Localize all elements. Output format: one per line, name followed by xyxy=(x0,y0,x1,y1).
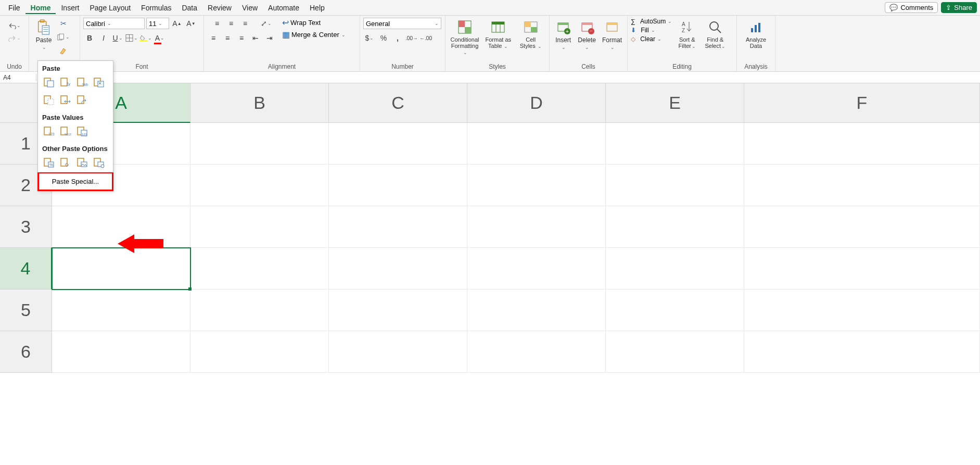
cell-C6[interactable] xyxy=(329,331,467,373)
cell-A5[interactable] xyxy=(52,290,190,331)
cell-E2[interactable] xyxy=(606,165,744,206)
name-box[interactable]: A4 xyxy=(0,74,36,81)
delete-cells-button[interactable]: − Delete⌄ xyxy=(576,18,598,51)
merge-center-button[interactable]: ▦ Merge & Center ⌄ xyxy=(282,30,346,40)
autosum-button[interactable]: ∑ AutoSum⌄ xyxy=(631,18,672,25)
borders-button[interactable]: ⌄ xyxy=(125,32,138,44)
align-center-button[interactable]: ≡ xyxy=(221,32,234,44)
tab-review[interactable]: Review xyxy=(202,2,237,14)
cell-D2[interactable] xyxy=(467,165,606,206)
col-header-E[interactable]: E xyxy=(606,83,744,123)
copy-button[interactable]: ⌄ xyxy=(57,31,70,43)
find-select-button[interactable]: Find &Select⌄ xyxy=(702,18,728,51)
cell-E5[interactable] xyxy=(606,290,744,331)
decrease-font-button[interactable]: A▼ xyxy=(185,18,197,29)
paste-special-menu-item[interactable]: Paste Special... xyxy=(37,172,113,191)
underline-button[interactable]: U⌄ xyxy=(111,32,124,44)
tab-help[interactable]: Help xyxy=(304,2,330,14)
cell-B6[interactable] xyxy=(190,331,329,373)
paste-formulas-option[interactable]: fx xyxy=(59,76,72,89)
conditional-formatting-button[interactable]: ConditionalFormatting ⌄ xyxy=(449,18,481,57)
cell-C2[interactable] xyxy=(329,165,467,206)
col-header-F[interactable]: F xyxy=(744,83,980,123)
tab-home[interactable]: Home xyxy=(26,2,56,14)
format-painter-button[interactable] xyxy=(57,45,70,56)
cell-F4[interactable] xyxy=(744,248,980,290)
cell-F2[interactable] xyxy=(744,165,980,206)
format-cells-button[interactable]: Format⌄ xyxy=(600,18,624,51)
paste-transpose-option[interactable] xyxy=(75,93,89,107)
format-as-table-button[interactable]: Format asTable ⌄ xyxy=(483,18,514,51)
increase-indent-button[interactable]: ⇥ xyxy=(263,32,276,44)
align-bottom-button[interactable]: ≡ xyxy=(239,18,251,29)
tab-view[interactable]: View xyxy=(237,2,263,14)
align-left-button[interactable]: ≡ xyxy=(207,32,220,44)
tab-file[interactable]: File xyxy=(3,2,26,14)
cell-C1[interactable] xyxy=(329,123,467,165)
cell-D4[interactable] xyxy=(467,248,606,290)
fill-button[interactable]: ⬇ Fill⌄ xyxy=(631,27,655,34)
redo-button[interactable]: ⌄ xyxy=(8,32,21,44)
align-top-button[interactable]: ≡ xyxy=(211,18,223,29)
row-header-6[interactable]: 6 xyxy=(0,331,52,373)
paste-linked-picture-option[interactable] xyxy=(92,156,106,169)
paste-no-borders-option[interactable] xyxy=(42,93,56,107)
col-header-B[interactable]: B xyxy=(190,83,329,123)
align-middle-button[interactable]: ≡ xyxy=(225,18,237,29)
tab-automate[interactable]: Automate xyxy=(263,2,304,14)
comma-style-button[interactable]: , xyxy=(391,32,404,44)
paste-formulas-number-option[interactable]: %fx xyxy=(75,76,89,89)
comments-button[interactable]: 💬 Comments xyxy=(885,2,938,13)
increase-decimal-button[interactable]: .00→ xyxy=(405,32,418,44)
row-header-3[interactable]: 3 xyxy=(0,206,52,248)
cell-F5[interactable] xyxy=(744,290,980,331)
col-header-D[interactable]: D xyxy=(467,83,606,123)
decrease-indent-button[interactable]: ⇤ xyxy=(249,32,262,44)
paste-split-button[interactable]: Paste ⌄ xyxy=(32,18,55,51)
col-header-C[interactable]: C xyxy=(329,83,467,123)
paste-picture-option[interactable] xyxy=(75,156,89,169)
cell-D5[interactable] xyxy=(467,290,606,331)
paste-keep-col-width-option[interactable] xyxy=(59,93,72,107)
row-header-4[interactable]: 4 xyxy=(0,248,52,290)
cell-F3[interactable] xyxy=(744,206,980,248)
paste-keep-source-option[interactable] xyxy=(92,76,106,89)
font-size-combo[interactable]: 11⌄ xyxy=(146,18,169,29)
insert-cells-button[interactable]: + Insert⌄ xyxy=(553,18,574,51)
tab-insert[interactable]: Insert xyxy=(56,2,84,14)
paste-values-source-option[interactable]: 123 xyxy=(75,124,89,138)
paste-values-number-option[interactable]: %123 xyxy=(59,124,72,138)
cell-A6[interactable] xyxy=(52,331,190,373)
cell-B4[interactable] xyxy=(190,248,329,290)
cell-E3[interactable] xyxy=(606,206,744,248)
cell-E4[interactable] xyxy=(606,248,744,290)
percent-button[interactable]: % xyxy=(377,32,390,44)
cut-button[interactable]: ✂ xyxy=(57,18,70,29)
cell-F6[interactable] xyxy=(744,331,980,373)
paste-link-option[interactable] xyxy=(59,156,72,169)
align-right-button[interactable]: ≡ xyxy=(235,32,248,44)
wrap-text-button[interactable]: ↩ Wrap Text xyxy=(282,18,321,28)
undo-button[interactable]: ⌄ xyxy=(8,20,21,31)
cell-D3[interactable] xyxy=(467,206,606,248)
cell-D1[interactable] xyxy=(467,123,606,165)
paste-all-option[interactable] xyxy=(42,76,56,89)
increase-font-button[interactable]: A▲ xyxy=(171,18,183,29)
paste-values-option[interactable]: 123 xyxy=(42,124,56,138)
cell-E1[interactable] xyxy=(606,123,744,165)
analyze-data-button[interactable]: AnalyzeData xyxy=(740,18,772,50)
row-header-5[interactable]: 5 xyxy=(0,290,52,331)
font-name-combo[interactable]: Calibri⌄ xyxy=(83,18,145,29)
italic-button[interactable]: I xyxy=(97,32,110,44)
clear-button[interactable]: ◇ Clear⌄ xyxy=(631,35,661,43)
accounting-format-button[interactable]: $⌄ xyxy=(363,32,376,44)
cell-D6[interactable] xyxy=(467,331,606,373)
orientation-button[interactable]: ⤢⌄ xyxy=(260,18,272,29)
sort-filter-button[interactable]: AZ Sort &Filter⌄ xyxy=(674,18,700,51)
cell-F1[interactable] xyxy=(744,123,980,165)
cell-B3[interactable] xyxy=(190,206,329,248)
cell-C5[interactable] xyxy=(329,290,467,331)
number-format-combo[interactable]: General⌄ xyxy=(363,18,441,29)
cell-C4[interactable] xyxy=(329,248,467,290)
cell-C3[interactable] xyxy=(329,206,467,248)
